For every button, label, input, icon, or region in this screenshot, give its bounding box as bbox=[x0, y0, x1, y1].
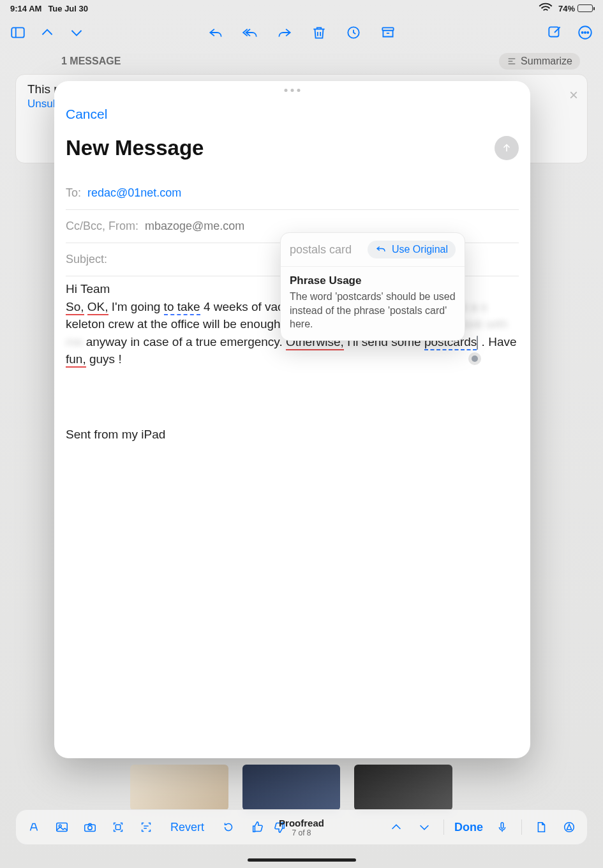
svg-rect-9 bbox=[57, 823, 68, 832]
proofread-next[interactable] bbox=[415, 818, 433, 836]
home-indicator[interactable] bbox=[248, 858, 356, 862]
svg-point-12 bbox=[88, 826, 92, 830]
microphone-icon[interactable] bbox=[493, 818, 511, 836]
forward-icon[interactable] bbox=[276, 24, 294, 41]
svg-rect-14 bbox=[501, 823, 503, 828]
message-count: 1 MESSAGE bbox=[61, 56, 121, 67]
svg-rect-4 bbox=[549, 27, 558, 36]
proofread-prev[interactable] bbox=[387, 818, 405, 836]
tooltip-title: Phrase Usage bbox=[290, 274, 456, 287]
cancel-button[interactable]: Cancel bbox=[66, 107, 107, 122]
proofread-status: Proofread 7 of 8 bbox=[279, 818, 324, 837]
trash-icon[interactable] bbox=[310, 24, 328, 41]
done-button[interactable]: Done bbox=[454, 821, 483, 834]
status-bar: 9:14 AM Tue Jul 30 74% bbox=[0, 0, 603, 17]
mail-toolbar bbox=[0, 17, 603, 49]
summarize-button[interactable]: Summarize bbox=[499, 53, 580, 70]
proofread-mark-totake[interactable]: to take bbox=[164, 300, 200, 315]
signature: Sent from my iPad bbox=[66, 426, 519, 444]
proofread-tooltip: postals card Use Original Phrase Usage T… bbox=[280, 232, 465, 341]
scan-doc-icon[interactable] bbox=[109, 818, 127, 836]
live-text-icon[interactable] bbox=[137, 818, 155, 836]
sidebar-icon[interactable] bbox=[9, 24, 27, 41]
compose-title: New Message bbox=[66, 136, 204, 160]
to-label: To: bbox=[66, 186, 81, 200]
battery-indicator: 74% bbox=[558, 4, 593, 13]
compose-sheet: Cancel New Message To: redac@01net.com C… bbox=[54, 81, 530, 758]
proofread-title: Proofread bbox=[279, 818, 324, 828]
compose-icon[interactable] bbox=[546, 24, 563, 41]
use-original-button[interactable]: Use Original bbox=[368, 241, 456, 258]
use-original-label: Use Original bbox=[392, 244, 448, 255]
archive-icon[interactable] bbox=[379, 24, 397, 41]
separator bbox=[443, 819, 444, 835]
wifi-icon bbox=[537, 0, 555, 17]
proofread-counter: 7 of 8 bbox=[279, 828, 324, 837]
thumb-1 bbox=[130, 765, 228, 811]
format-text-icon[interactable] bbox=[25, 818, 43, 836]
camera-icon[interactable] bbox=[81, 818, 99, 836]
thumb-2 bbox=[242, 765, 341, 811]
subject-label: Subject: bbox=[66, 253, 107, 266]
summarize-icon bbox=[507, 56, 517, 66]
svg-rect-0 bbox=[11, 27, 24, 37]
revert-button[interactable]: Revert bbox=[170, 821, 204, 834]
undo-arrow-icon bbox=[375, 244, 387, 255]
thumb-up-icon[interactable] bbox=[249, 818, 267, 836]
svg-rect-3 bbox=[382, 27, 393, 30]
status-time: 9:14 AM bbox=[10, 4, 41, 13]
svg-point-7 bbox=[584, 32, 586, 33]
separator-2 bbox=[521, 819, 522, 835]
proofread-mark-ok[interactable]: OK, bbox=[87, 300, 108, 315]
reply-all-icon[interactable] bbox=[241, 24, 259, 41]
to-value[interactable]: redac@01net.com bbox=[87, 186, 181, 200]
document-icon[interactable] bbox=[532, 818, 550, 836]
thumb-3 bbox=[354, 765, 452, 811]
text-caret bbox=[477, 336, 478, 350]
chevron-up-icon[interactable] bbox=[38, 24, 56, 41]
photo-icon[interactable] bbox=[53, 818, 71, 836]
background-thumbnails bbox=[130, 765, 452, 811]
suggested-phrase: postals card bbox=[290, 243, 352, 257]
sheet-grabber[interactable] bbox=[285, 89, 301, 92]
summarize-label: Summarize bbox=[521, 56, 572, 67]
markup-icon[interactable] bbox=[560, 818, 578, 836]
status-date: Tue Jul 30 bbox=[48, 4, 88, 13]
from-value[interactable]: mbazoge@me.com bbox=[145, 220, 244, 233]
send-button[interactable] bbox=[495, 136, 519, 160]
svg-point-6 bbox=[582, 32, 583, 33]
clock-icon[interactable] bbox=[345, 24, 362, 41]
to-row[interactable]: To: redac@01net.com bbox=[66, 177, 519, 210]
chevron-down-icon[interactable] bbox=[68, 24, 86, 41]
more-icon[interactable] bbox=[576, 24, 594, 41]
proofread-mark-fun[interactable]: fun, bbox=[66, 352, 86, 368]
battery-pct: 74% bbox=[558, 4, 575, 13]
svg-rect-13 bbox=[115, 825, 120, 829]
message-list-header: 1 MESSAGE Summarize bbox=[0, 49, 603, 74]
compose-bottom-bar: Revert Proofread 7 of 8 Done bbox=[15, 809, 588, 845]
send-arrow-icon bbox=[501, 142, 512, 154]
tooltip-explanation: The word 'postcards' should be used inst… bbox=[290, 290, 456, 331]
svg-point-8 bbox=[587, 32, 588, 33]
reply-icon[interactable] bbox=[207, 24, 225, 41]
cc-label: Cc/Bcc, From: bbox=[66, 220, 138, 233]
close-icon[interactable]: × bbox=[569, 86, 578, 104]
counterclockwise-icon[interactable] bbox=[220, 818, 237, 836]
proofread-mark-so[interactable]: So, bbox=[66, 300, 84, 315]
